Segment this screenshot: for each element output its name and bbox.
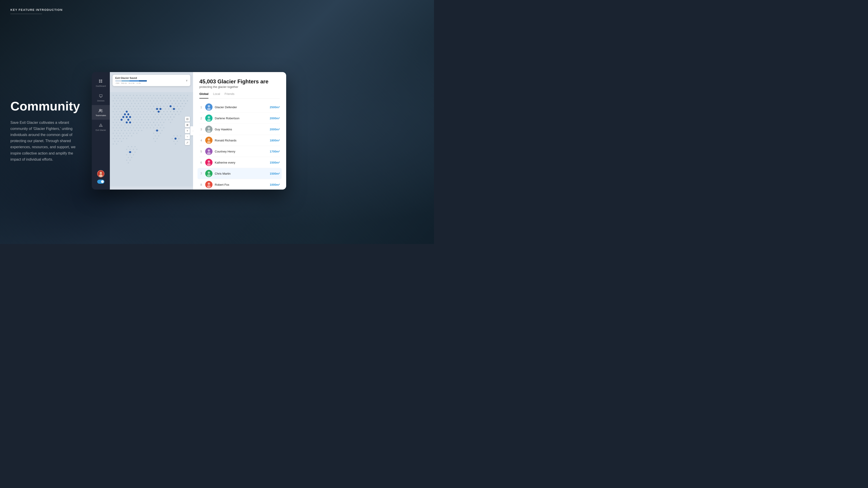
leaderboard-list: 1 Glacier Defender 2500m² 2 Darlene Robe… (199, 102, 280, 190)
entry-avatar (205, 103, 213, 111)
svg-point-229 (143, 122, 144, 123)
user-avatar[interactable] (97, 170, 104, 177)
leaderboard-row-5[interactable]: 5 Courtney Henry 1700m² (199, 146, 280, 157)
svg-point-66 (150, 100, 151, 101)
svg-point-287 (119, 138, 121, 139)
leaderboard-row-4[interactable]: 4 Ronald Richards 1800m² (199, 135, 280, 146)
svg-point-29 (177, 95, 178, 96)
svg-point-209 (134, 119, 135, 120)
svg-point-169 (131, 114, 132, 115)
svg-point-360 (170, 100, 171, 101)
sidebar-item-teammates[interactable]: Teammates (92, 105, 110, 120)
filter-container: Exit Glacier Saved +500 500-1k 1k-1.5k +… (115, 76, 147, 84)
svg-point-424 (208, 138, 210, 140)
svg-point-322 (158, 119, 159, 120)
svg-point-253 (123, 127, 124, 128)
svg-point-47 (161, 98, 162, 99)
svg-point-243 (138, 125, 139, 126)
filter-chevron-icon[interactable]: ∨ (186, 79, 188, 82)
svg-point-87 (145, 103, 146, 104)
map-zoom-in-button[interactable]: + (185, 128, 190, 133)
svg-point-80 (121, 103, 122, 104)
svg-rect-3 (101, 81, 102, 83)
svg-point-223 (123, 122, 124, 123)
svg-point-38 (131, 98, 132, 99)
svg-point-235 (163, 122, 164, 123)
svg-point-42 (145, 98, 146, 99)
entry-score: 2500m² (270, 105, 280, 109)
svg-point-93 (165, 103, 166, 104)
sidebar-item-dashboard[interactable]: Dashboard (92, 76, 110, 90)
page-header: KEY FEATURE INTRODUCTION (0, 0, 434, 18)
leaderboard-row-1[interactable]: 1 Glacier Defender 2500m² (199, 102, 280, 113)
svg-point-276 (129, 133, 131, 134)
svg-point-281 (121, 135, 122, 136)
svg-point-166 (121, 114, 122, 115)
svg-point-342 (155, 125, 156, 126)
entry-name: Robert Fox (215, 183, 268, 186)
filter-label-1: +500 (115, 82, 119, 84)
svg-point-389 (180, 135, 181, 136)
svg-point-204 (118, 119, 119, 120)
leaderboard-row-8[interactable]: 8 Robert Fox 1000m² (199, 179, 280, 190)
filter-labels: +500 500-1k 1k-1.5k +1.5k (115, 82, 147, 84)
map-zoom-out-button[interactable]: − (185, 134, 190, 139)
sidebar-item-devices[interactable]: Devices (92, 90, 110, 105)
svg-point-394 (177, 141, 178, 142)
map-expand-chevron[interactable]: › (190, 126, 193, 135)
svg-point-191 (136, 117, 137, 118)
svg-point-153 (147, 111, 148, 112)
svg-point-375 (172, 108, 173, 109)
tab-local[interactable]: Local (213, 92, 220, 96)
svg-point-369 (182, 103, 183, 104)
map-expand-button[interactable]: ⤢ (185, 140, 190, 145)
tab-global[interactable]: Global (199, 92, 209, 98)
svg-point-273 (119, 133, 121, 134)
svg-point-152 (143, 111, 144, 112)
map-layers-button[interactable]: ⊟ (185, 117, 190, 122)
svg-point-227 (136, 122, 137, 123)
svg-point-240 (128, 125, 129, 126)
svg-point-242 (134, 125, 135, 126)
leaderboard-row-2[interactable]: 2 Darlene Robertson 2000m² (199, 113, 280, 124)
svg-point-32 (187, 95, 188, 96)
svg-point-91 (158, 103, 159, 104)
filter-seg-1 (115, 80, 122, 82)
entry-score: 1800m² (270, 139, 280, 142)
svg-point-290 (114, 141, 115, 142)
svg-point-83 (131, 103, 132, 104)
svg-point-82 (128, 103, 129, 104)
leaderboard-row-6[interactable]: 6 Katherine every 1500m² (199, 157, 280, 168)
filter-label-3: 1k-1.5k (129, 82, 134, 84)
community-description: Save Exit Glacier cultivates a vibrant c… (10, 120, 81, 162)
svg-point-22 (153, 95, 154, 96)
svg-point-31 (184, 95, 185, 96)
svg-point-33 (114, 98, 115, 99)
leaderboard-row-7[interactable]: 7 Chris Martin 1500m² (197, 168, 282, 179)
svg-point-263 (118, 130, 119, 131)
svg-point-305 (161, 108, 162, 109)
svg-point-71 (166, 100, 168, 101)
sidebar-toggle[interactable] (97, 180, 104, 184)
sidebar-item-exit-glacier[interactable]: Exit Glacier (92, 120, 110, 134)
svg-point-15 (129, 95, 131, 96)
svg-point-393 (174, 141, 175, 142)
tab-friends[interactable]: Friends (225, 92, 235, 96)
svg-point-339 (126, 160, 127, 161)
svg-point-386 (170, 122, 171, 123)
map-target-button[interactable]: ⊕ (185, 123, 190, 127)
leaderboard-row-3[interactable]: 3 Guy Hawkins 2000m² (199, 124, 280, 135)
svg-point-357 (153, 138, 154, 139)
svg-point-121 (184, 106, 185, 107)
svg-point-286 (116, 138, 117, 139)
svg-point-106 (133, 106, 134, 107)
leaderboard-header: 45,003 Glacier Fighters are protecting t… (199, 78, 280, 89)
svg-point-237 (118, 125, 119, 126)
svg-point-259 (143, 127, 144, 128)
entry-avatar (205, 115, 213, 122)
world-map-svg (110, 89, 193, 190)
header-divider (10, 14, 42, 14)
svg-point-350 (158, 130, 159, 131)
svg-point-102 (119, 106, 121, 107)
svg-point-353 (156, 133, 158, 134)
